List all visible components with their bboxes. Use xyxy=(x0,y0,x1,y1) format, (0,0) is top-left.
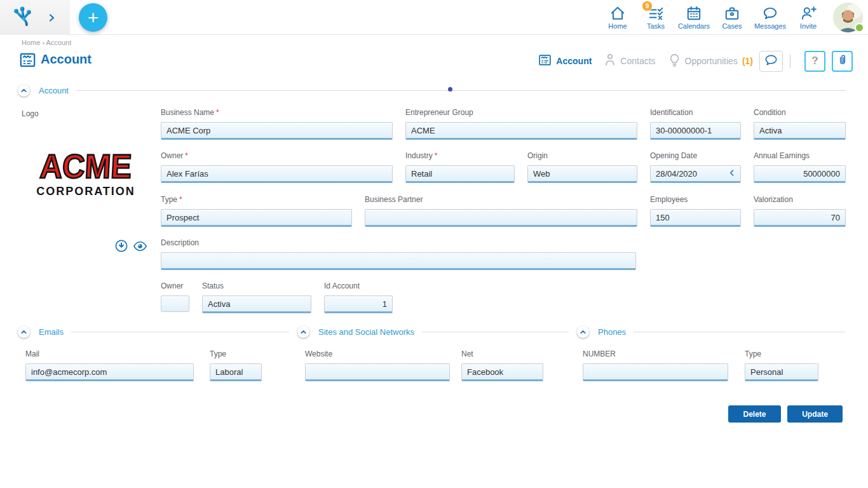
logo-label: Logo xyxy=(22,109,39,118)
record-tabs: Account Contacts Opportunities(1) ? xyxy=(538,50,853,72)
owner-label: Owner xyxy=(161,151,183,160)
home-icon xyxy=(609,5,626,22)
nav-invite-label: Invite xyxy=(800,22,817,30)
status-input[interactable] xyxy=(202,295,311,313)
chevron-up-icon xyxy=(581,330,585,332)
field-opening-date: Opening Date xyxy=(650,151,741,183)
breadcrumb-home-link[interactable]: Home xyxy=(22,39,40,46)
field-phone-number: NUMBER xyxy=(583,349,728,381)
business-name-input[interactable] xyxy=(161,122,393,140)
identification-input[interactable] xyxy=(650,122,741,140)
nav-tasks[interactable]: 9 Tasks xyxy=(637,5,675,30)
section-account-label: Account xyxy=(39,86,69,95)
tab-contacts[interactable]: Contacts xyxy=(604,53,655,69)
mail-type-label: Type xyxy=(210,349,262,358)
comments-button[interactable] xyxy=(759,51,783,72)
description-input[interactable] xyxy=(161,252,636,270)
invite-user-icon xyxy=(800,5,817,22)
nav-messages[interactable]: Messages xyxy=(751,5,789,30)
phone-type-input[interactable] xyxy=(745,363,818,381)
net-input[interactable] xyxy=(461,363,543,381)
field-phone-type: Type xyxy=(745,349,818,381)
delete-button[interactable]: Delete xyxy=(728,405,781,423)
phone-number-input[interactable] xyxy=(583,363,728,381)
account-form-icon xyxy=(19,51,36,71)
owner-code-input[interactable] xyxy=(161,295,189,312)
nav-home[interactable]: Home xyxy=(599,5,637,30)
add-new-button[interactable]: + xyxy=(79,3,107,32)
id-account-input[interactable] xyxy=(324,295,393,313)
tab-account-label: Account xyxy=(556,56,592,66)
mail-label: Mail xyxy=(25,349,194,358)
origin-input[interactable] xyxy=(527,165,637,183)
tasks-badge: 9 xyxy=(642,1,653,11)
section-sites-collapse-button[interactable] xyxy=(297,326,309,338)
valorization-input[interactable] xyxy=(754,209,846,227)
comment-bubble-icon xyxy=(764,53,778,70)
section-emails-collapse-button[interactable] xyxy=(18,326,30,338)
sidebar-expand-chevron-icon[interactable] xyxy=(46,12,57,24)
company-logo: ACME CORPORATION xyxy=(23,151,149,198)
owner-input[interactable] xyxy=(161,165,393,183)
annual-earnings-label: Annual Earnings xyxy=(754,151,846,160)
section-sites-label: Sites and Social Networks xyxy=(318,327,414,337)
condition-label: Condition xyxy=(754,108,846,117)
field-owner-code: Owner xyxy=(161,281,189,312)
paperclip-icon xyxy=(836,53,849,69)
tab-account[interactable]: Account xyxy=(538,53,592,69)
section-divider xyxy=(71,332,289,332)
required-marker: * xyxy=(185,151,188,160)
download-logo-button[interactable] xyxy=(115,240,128,252)
attachments-button[interactable] xyxy=(832,51,853,72)
description-label: Description xyxy=(161,238,636,247)
required-marker: * xyxy=(435,151,438,160)
section-account: Account xyxy=(18,84,846,97)
nav-cases[interactable]: Cases xyxy=(713,5,751,30)
entrepreneur-group-input[interactable] xyxy=(405,122,637,140)
brand-footprint-icon[interactable] xyxy=(10,4,34,31)
condition-input[interactable] xyxy=(754,122,846,140)
user-avatar[interactable] xyxy=(833,3,863,32)
breadcrumb-current: Account xyxy=(46,39,72,46)
business-partner-label: Business Partner xyxy=(365,195,637,204)
nav-messages-label: Messages xyxy=(754,22,786,30)
type-input[interactable] xyxy=(161,209,352,227)
section-phones-collapse-button[interactable] xyxy=(577,326,589,338)
contacts-person-icon xyxy=(604,53,616,69)
help-button[interactable]: ? xyxy=(804,51,825,72)
mail-input[interactable] xyxy=(25,363,194,381)
annual-earnings-input[interactable] xyxy=(754,165,846,183)
employees-input[interactable] xyxy=(650,209,741,227)
section-phones: Phones xyxy=(577,325,846,338)
business-partner-input[interactable] xyxy=(365,209,637,227)
update-button[interactable]: Update xyxy=(787,405,843,423)
identification-label: Identification xyxy=(650,108,741,117)
phone-type-label: Type xyxy=(745,349,818,358)
online-status-dot xyxy=(855,23,864,32)
tab-opportunities[interactable]: Opportunities(1) xyxy=(668,53,753,69)
opportunities-bulb-icon xyxy=(668,53,681,69)
section-account-collapse-button[interactable] xyxy=(18,85,30,97)
mail-type-input[interactable] xyxy=(210,363,262,381)
preview-logo-eye-button[interactable] xyxy=(133,241,147,252)
top-navigation: Home 9 Tasks Calendars Cases xyxy=(599,0,827,35)
field-net: Net xyxy=(461,349,543,381)
website-input[interactable] xyxy=(305,363,450,381)
section-sites: Sites and Social Networks xyxy=(297,325,569,338)
logo-acme-text: ACME xyxy=(22,150,150,184)
date-picker-chevron-icon[interactable] xyxy=(728,168,736,180)
type-label: Type xyxy=(161,195,177,204)
chevron-up-icon xyxy=(22,330,26,332)
briefcase-icon xyxy=(724,5,740,22)
section-divider xyxy=(422,332,569,332)
business-name-label: Business Name xyxy=(161,108,214,117)
nav-calendars[interactable]: Calendars xyxy=(675,5,713,30)
industry-input[interactable] xyxy=(405,165,515,183)
nav-invite[interactable]: Invite xyxy=(789,5,827,30)
field-entrepreneur-group: Entrepreneur Group xyxy=(405,108,637,140)
message-bubble-icon xyxy=(762,5,778,22)
status-label: Status xyxy=(202,281,311,290)
industry-label: Industry xyxy=(405,151,433,160)
field-employees: Employees xyxy=(650,195,741,227)
field-id-account: Id Account xyxy=(324,281,393,313)
